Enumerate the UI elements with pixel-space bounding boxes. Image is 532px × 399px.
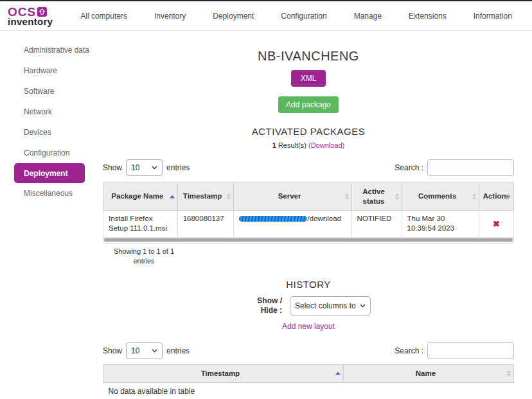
activated-packages-heading: ACTIVATED PACKAGES [103, 126, 514, 137]
scrollbar-thumb[interactable] [104, 238, 513, 242]
sort-icon [395, 193, 399, 200]
result-line: 1 Result(s) (Download) [103, 141, 514, 149]
sidebar-item-deployment[interactable]: Deployment [14, 163, 85, 183]
chevron-down-icon [152, 349, 157, 353]
packages-table-controls: Show 10 entries Search : [103, 159, 514, 176]
server-url-suffix: /download [308, 215, 341, 222]
main-nav: All computers Inventory Deployment Confi… [67, 8, 532, 24]
delete-package-icon[interactable]: ✖ [493, 219, 500, 229]
empty-row: No data available in table [103, 382, 514, 399]
packages-search-input[interactable] [427, 159, 514, 176]
cell-server: /download [233, 210, 351, 237]
history-table: Timestamp Name No data available in tabl… [103, 364, 514, 399]
redacted-server-url [239, 216, 307, 222]
search-label: Search : [395, 346, 423, 355]
show-hide-row: Show / Hide : Select columns to [103, 296, 514, 315]
cell-active-status: NOTIFIED [351, 210, 402, 237]
page-length-value: 10 [131, 346, 139, 355]
nav-item-configuration[interactable]: Configuration [267, 8, 340, 24]
col-header-comments[interactable]: Comments [402, 183, 479, 211]
packages-table-scrollbar[interactable] [103, 238, 514, 244]
main-content: NB-IVANCHENG XML Add package ACTIVATED P… [100, 31, 532, 399]
add-package-button[interactable]: Add package [278, 96, 339, 113]
sort-icon [507, 193, 511, 200]
nav-item-deployment[interactable]: Deployment [199, 8, 267, 24]
cell-comments: Thu Mar 30 10:39:54 2023 [402, 210, 479, 237]
history-table-controls: Show 10 entries Search : [103, 342, 514, 359]
computer-sidebar: Administrative data Hardware Software Ne… [0, 31, 100, 399]
col-header-history-timestamp[interactable]: Timestamp [103, 364, 344, 382]
cell-timestamp: 1680080137 [177, 210, 233, 237]
chevron-down-icon [152, 166, 157, 170]
packages-table-info: Showing 1 to 1 of 1 entries [112, 247, 176, 266]
page-length-value: 10 [131, 163, 139, 172]
show-label: Show [103, 346, 122, 355]
nav-item-manage[interactable]: Manage [341, 8, 395, 24]
nav-item-inventory[interactable]: Inventory [141, 8, 199, 24]
sidebar-item-hardware[interactable]: Hardware [0, 60, 100, 81]
empty-table-message: No data available in table [103, 382, 514, 399]
history-page-length-select[interactable]: 10 [126, 342, 163, 359]
col-header-package-name[interactable]: Package Name [103, 183, 178, 211]
sort-icon [507, 370, 511, 377]
sidebar-item-network[interactable]: Network [0, 102, 100, 122]
sort-asc-icon [170, 195, 175, 198]
activated-packages-table: Package Name Timestamp Server Active sta… [103, 182, 514, 238]
col-header-server[interactable]: Server [233, 183, 351, 211]
cell-package-name: Install Firefox Setup 111.0.1.msi [103, 210, 178, 237]
page-title: NB-IVANCHENG [103, 49, 514, 64]
entries-label: entries [166, 346, 190, 355]
xml-button[interactable]: XML [291, 70, 326, 87]
columns-select-value: Select columns to [295, 301, 356, 310]
logo-arrow-icon [37, 7, 47, 17]
sort-asc-icon [335, 372, 341, 375]
sidebar-item-configuration[interactable]: Configuration [0, 143, 100, 163]
cell-actions: ✖ [479, 210, 513, 237]
chevron-down-icon [360, 304, 366, 308]
add-new-layout-link[interactable]: Add new layout [282, 322, 335, 331]
show-label: Show [103, 163, 122, 172]
col-header-active-status[interactable]: Active status [351, 183, 402, 211]
columns-select[interactable]: Select columns to [290, 296, 371, 315]
sidebar-item-devices[interactable]: Devices [0, 122, 100, 143]
history-search-input[interactable] [427, 342, 514, 359]
history-header-row: Timestamp Name [103, 364, 514, 382]
packages-header-row: Package Name Timestamp Server Active sta… [103, 183, 514, 211]
col-header-timestamp[interactable]: Timestamp [177, 183, 233, 211]
show-hide-label: Show / Hide : [246, 296, 282, 315]
sidebar-item-administrative-data[interactable]: Administrative data [0, 40, 100, 60]
search-label: Search : [395, 163, 423, 172]
logo-text-inventory: inventory [8, 17, 53, 26]
entries-label: entries [166, 163, 190, 172]
sort-icon [345, 193, 349, 200]
sort-icon [472, 193, 476, 200]
nav-item-information[interactable]: Information [460, 8, 526, 24]
table-row: Install Firefox Setup 111.0.1.msi 168008… [103, 210, 514, 237]
col-header-actions[interactable]: Actions [479, 183, 513, 211]
history-heading: HISTORY [103, 279, 514, 290]
sidebar-item-miscellaneous[interactable]: Miscellaneous [0, 183, 100, 204]
nav-item-help[interactable]: Help [526, 8, 532, 24]
col-header-history-name[interactable]: Name [343, 364, 513, 382]
ocs-inventory-logo[interactable]: OCS inventory [8, 6, 53, 26]
sidebar-item-software[interactable]: Software [0, 81, 100, 102]
download-link[interactable]: (Download) [308, 141, 344, 149]
result-count: 1 [272, 141, 276, 149]
page-length-select[interactable]: 10 [126, 159, 163, 176]
nav-item-all-computers[interactable]: All computers [67, 8, 141, 24]
sort-icon [227, 193, 231, 200]
top-bar: OCS inventory All computers Inventory De… [0, 1, 532, 31]
nav-item-extensions[interactable]: Extensions [395, 8, 460, 24]
result-label: Result(s) [278, 141, 306, 149]
